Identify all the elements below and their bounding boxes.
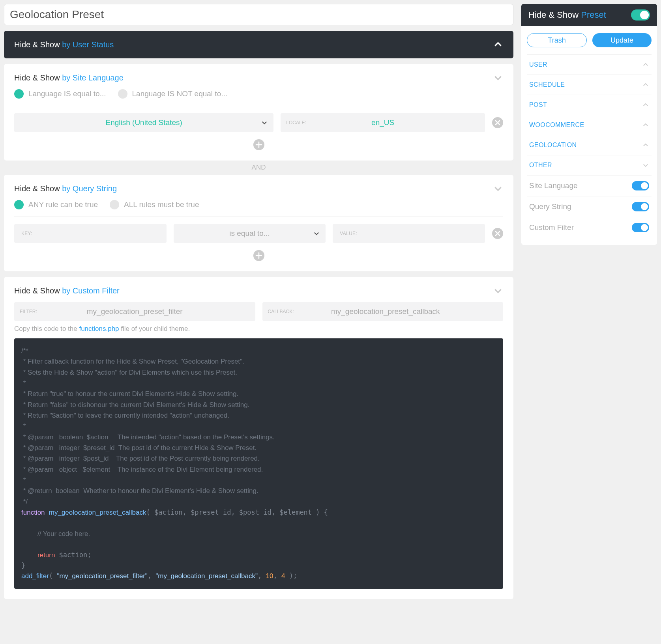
other-custom-filter: Custom Filter bbox=[527, 217, 652, 238]
accordion-post[interactable]: POST bbox=[527, 95, 652, 115]
accordion-user[interactable]: USER bbox=[527, 54, 652, 75]
label: Hide & Show bbox=[14, 40, 62, 49]
chevron-up-icon bbox=[642, 61, 649, 68]
section-user-status[interactable]: Hide & Show by User Status bbox=[4, 31, 513, 58]
section-custom-filter: Hide & Show by Custom Filter FILTER: my_… bbox=[4, 277, 513, 599]
update-button[interactable]: Update bbox=[592, 33, 652, 47]
preset-title-input[interactable] bbox=[4, 4, 513, 25]
radio-lang-not-equal[interactable]: Language IS NOT equal to... bbox=[118, 89, 228, 99]
section-query-string: Hide & Show by Query String ANY rule can… bbox=[4, 175, 513, 271]
radio-all-rules[interactable]: ALL rules must be true bbox=[110, 200, 199, 209]
chevron-up-icon bbox=[642, 101, 649, 108]
chevron-down-icon bbox=[642, 162, 649, 169]
callback-name-input[interactable]: CALLBACK: my_geolocation_preset_callback bbox=[262, 302, 504, 321]
accordion-schedule[interactable]: SCHEDULE bbox=[527, 75, 652, 95]
preset-enable-toggle[interactable] bbox=[631, 9, 650, 21]
chevron-up-icon bbox=[642, 121, 649, 129]
operator-select[interactable]: is equal to... bbox=[174, 224, 326, 243]
toggle-query-string[interactable] bbox=[632, 202, 649, 211]
chevron-up-icon bbox=[493, 39, 503, 50]
chevron-up-icon bbox=[642, 142, 649, 149]
chevron-down-icon[interactable] bbox=[493, 73, 503, 83]
code-block: /** * Filter callback function for the H… bbox=[14, 338, 503, 589]
add-icon[interactable] bbox=[253, 250, 264, 261]
locale-field[interactable]: LOCALE: en_US bbox=[281, 113, 485, 132]
chevron-up-icon bbox=[642, 81, 649, 88]
value-input[interactable]: VALUE: bbox=[333, 224, 485, 243]
and-connector: AND bbox=[4, 164, 513, 172]
other-query-string: Query String bbox=[527, 196, 652, 217]
language-select[interactable]: English (United States) bbox=[14, 113, 273, 132]
toggle-site-language[interactable] bbox=[632, 181, 649, 190]
other-site-language: Site Language bbox=[527, 175, 652, 196]
chevron-down-icon[interactable] bbox=[493, 183, 503, 194]
functions-php-link[interactable]: functions.php bbox=[79, 325, 119, 332]
section-site-language: Hide & Show by Site Language Language IS… bbox=[4, 64, 513, 161]
filter-name-input[interactable]: FILTER: my_geolocation_preset_filter bbox=[14, 302, 255, 321]
label-blue: by User Status bbox=[62, 40, 114, 49]
radio-any-rule[interactable]: ANY rule can be true bbox=[14, 200, 98, 209]
chevron-down-icon bbox=[313, 230, 320, 237]
chevron-down-icon[interactable] bbox=[493, 286, 503, 296]
add-icon[interactable] bbox=[253, 139, 264, 150]
trash-button[interactable]: Trash bbox=[527, 33, 587, 47]
toggle-custom-filter[interactable] bbox=[632, 223, 649, 232]
delete-icon[interactable] bbox=[492, 228, 503, 239]
delete-icon[interactable] bbox=[492, 117, 503, 128]
accordion-geolocation[interactable]: GEOLOCATION bbox=[527, 135, 652, 155]
sidebar-header: Hide & Show Preset bbox=[521, 4, 657, 26]
accordion-other[interactable]: OTHER bbox=[527, 155, 652, 175]
accordion-woocommerce[interactable]: WOOCOMMERCE bbox=[527, 115, 652, 135]
radio-lang-is-equal[interactable]: Language IS equal to... bbox=[14, 89, 106, 99]
info-text: Copy this code to the functions.php file… bbox=[14, 325, 503, 333]
key-input[interactable]: KEY: bbox=[14, 224, 167, 243]
chevron-down-icon bbox=[261, 119, 268, 126]
